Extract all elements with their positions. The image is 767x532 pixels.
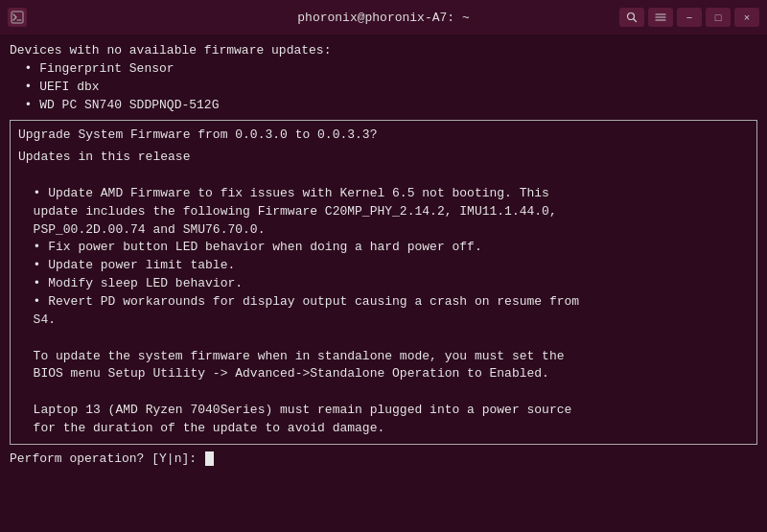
maximize-button[interactable]: □ <box>706 8 731 27</box>
terminal-window: phoronix@phoronix-A7: ~ − □ × Devices <box>0 0 767 532</box>
svg-rect-0 <box>12 12 23 23</box>
firmware-box-content: Updates in this release • Update AMD Fir… <box>18 145 749 438</box>
device-fingerprint: • Fingerprint Sensor <box>10 60 757 79</box>
svg-line-3 <box>634 19 637 22</box>
title-bar-left <box>8 8 27 27</box>
updates-header: Updates in this release <box>18 149 749 167</box>
minimize-button[interactable]: − <box>677 8 702 27</box>
updates-body: • Update AMD Firmware to fix issues with… <box>18 167 749 438</box>
firmware-upgrade-title: Upgrade System Firmware from 0.0.3.0 to … <box>18 127 749 145</box>
terminal-icon <box>8 8 27 27</box>
terminal-content: Devices with no available firmware updat… <box>0 35 767 532</box>
firmware-upgrade-box: Upgrade System Firmware from 0.0.3.0 to … <box>10 120 757 444</box>
prompt-text: Perform operation? [Y|n]: <box>10 451 204 466</box>
devices-header: Devices with no available firmware updat… <box>10 42 757 60</box>
close-button[interactable]: × <box>734 8 759 27</box>
search-button[interactable] <box>619 8 644 27</box>
terminal-cursor <box>205 451 214 466</box>
prompt-line: Perform operation? [Y|n]: <box>10 451 757 469</box>
device-uefi: • UEFI dbx <box>10 79 757 97</box>
device-wd: • WD PC SN740 SDDPNQD-512G <box>10 97 757 115</box>
title-bar: phoronix@phoronix-A7: ~ − □ × <box>0 0 767 35</box>
menu-button[interactable] <box>648 8 673 27</box>
title-bar-controls: − □ × <box>619 8 759 27</box>
window-title: phoronix@phoronix-A7: ~ <box>297 11 469 25</box>
